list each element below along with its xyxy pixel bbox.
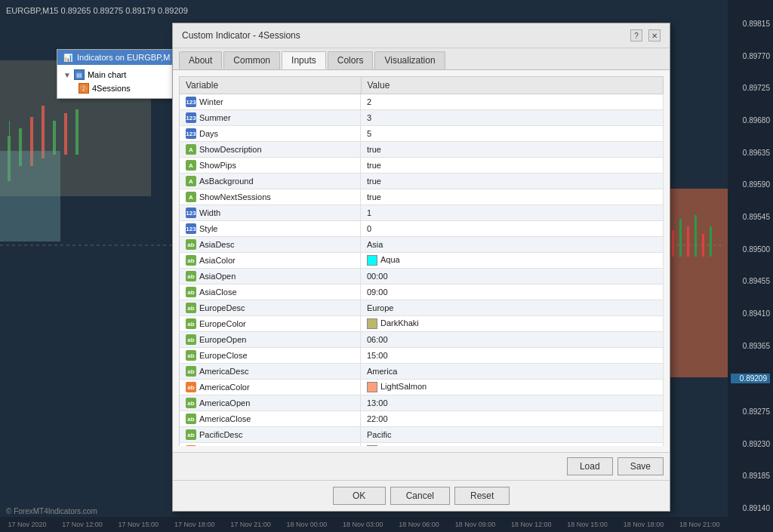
table-row[interactable]: abAsiaOpen00:00 (180, 269, 664, 284)
timeline: 17 Nov 2020 17 Nov 12:00 17 Nov 15:00 17… (0, 517, 728, 532)
value-cell: Europe (361, 300, 664, 316)
tab-colors[interactable]: Colors (328, 51, 374, 69)
table-row[interactable]: AShowDescriptiontrue (180, 142, 664, 158)
variable-cell: 123Days (180, 126, 361, 141)
type-icon-badge: A (186, 160, 196, 171)
variable-cell: abPacificDesc (180, 427, 361, 442)
variable-name: ShowNextSessions (199, 192, 271, 201)
price-label: 0.89185 (731, 472, 770, 480)
table-row[interactable]: 123Winter2 (180, 94, 664, 110)
table-row[interactable]: abAmericaColorLightSalmon (180, 380, 664, 395)
value-cell: LightSalmon (361, 380, 664, 395)
svg-rect-9 (0, 151, 60, 241)
color-swatch[interactable] (367, 445, 377, 446)
dialog-titlebar: Custom Indicator - 4Sessions ? ✕ (173, 23, 670, 48)
value-text: 5 (367, 129, 371, 138)
value-cell: 3 (361, 110, 664, 126)
close-button[interactable]: ✕ (648, 29, 661, 42)
session-indicator-label: 4Sessions (92, 84, 131, 93)
type-icon-badge: ab (186, 318, 196, 329)
table-row[interactable]: abEuropeColorDarkKhaki (180, 316, 664, 332)
type-icon-badge: 123 (186, 208, 196, 218)
tree-session-indicator[interactable]: 🎨 4Sessions (60, 81, 174, 95)
table-row[interactable]: 123Days5 (180, 126, 664, 142)
table-row[interactable]: abAmericaOpen13:00 (180, 395, 664, 411)
ok-cancel-area: OK Cancel Reset (173, 480, 670, 511)
table-row[interactable]: abPacificColorLightSteelBlue (180, 443, 664, 446)
dialog-content: Variable Value 123Winter2123Summer3123Da… (173, 70, 670, 452)
save-button[interactable]: Save (617, 457, 664, 475)
value-text: 0 (367, 224, 371, 233)
dialog-controls: ? ✕ (630, 29, 661, 42)
svg-rect-17 (694, 215, 697, 257)
table-row[interactable]: 123Width1 (180, 205, 664, 221)
value-text: 2 (367, 97, 371, 106)
variable-name: AmericaDesc (199, 367, 248, 376)
price-label: 0.89455 (731, 277, 770, 285)
table-row[interactable]: abAsiaClose09:00 (180, 284, 664, 300)
help-button[interactable]: ? (630, 29, 642, 42)
color-swatch[interactable] (367, 318, 377, 329)
table-row[interactable]: abAmericaDescAmerica (180, 364, 664, 380)
variable-name: ShowDescription (199, 145, 262, 154)
time-label: 17 Nov 2020 (8, 521, 46, 528)
value-text: Asia (367, 240, 383, 249)
variable-cell: abAsiaOpen (180, 269, 361, 284)
value-cell: 15:00 (361, 348, 664, 364)
params-table-wrapper[interactable]: Variable Value 123Winter2123Summer3123Da… (179, 76, 664, 446)
value-cell: Pacific (361, 427, 664, 443)
type-icon-badge: ab (186, 429, 196, 440)
reset-button[interactable]: Reset (454, 487, 510, 505)
variable-cell: abAmericaClose (180, 411, 361, 426)
table-row[interactable]: AAsBackgroundtrue (180, 174, 664, 189)
variable-cell: abEuropeColor (180, 316, 361, 331)
time-label: 18 Nov 21:00 (679, 521, 720, 528)
table-row[interactable]: abEuropeOpen06:00 (180, 332, 664, 348)
table-row[interactable]: 123Style0 (180, 221, 664, 237)
table-row[interactable]: abAsiaColorAqua (180, 253, 664, 269)
variable-name: AsiaOpen (199, 272, 236, 281)
variable-name: EuropeClose (199, 351, 248, 360)
value-cell: LightSteelBlue (361, 443, 664, 446)
variable-name: PacificDesc (199, 430, 242, 439)
variable-cell: 123Winter (180, 94, 361, 109)
value-cell: 00:00 (361, 269, 664, 284)
time-label: 17 Nov 12:00 (62, 521, 103, 528)
type-icon-badge: ab (186, 398, 196, 408)
value-cell: 0 (361, 221, 664, 237)
table-row[interactable]: abPacificDescPacific (180, 427, 664, 443)
value-text: 00:00 (367, 272, 388, 281)
value-text: 13:00 (367, 398, 388, 407)
table-row[interactable]: abAmericaClose22:00 (180, 411, 664, 427)
table-row[interactable]: AShowNextSessionstrue (180, 189, 664, 205)
tree-expand-icon: ▼ (63, 71, 71, 79)
variable-cell: abEuropeDesc (180, 300, 361, 315)
table-row[interactable]: AShowPipstrue (180, 158, 664, 174)
tree-main-chart[interactable]: ▼ ▤ Main chart (60, 68, 174, 81)
variable-cell: abAsiaColor (180, 253, 361, 268)
variable-cell: AShowDescription (180, 142, 361, 157)
tab-inputs[interactable]: Inputs (282, 51, 326, 69)
table-row[interactable]: abEuropeClose15:00 (180, 348, 664, 364)
variable-name: AmericaColor (199, 383, 250, 392)
tab-visualization[interactable]: Visualization (374, 51, 445, 69)
indicators-window: 📊 Indicators on EURGBP,M ▼ ▤ Main chart … (57, 49, 177, 99)
col-header-value: Value (361, 77, 664, 94)
tab-common[interactable]: Common (223, 51, 280, 69)
load-button[interactable]: Load (567, 457, 613, 475)
ok-button[interactable]: OK (333, 487, 386, 505)
color-swatch[interactable] (367, 255, 377, 266)
color-swatch[interactable] (367, 382, 377, 392)
table-row[interactable]: abEuropeDescEurope (180, 300, 664, 316)
tab-about[interactable]: About (179, 51, 222, 69)
table-row[interactable]: abAsiaDescAsia (180, 237, 664, 253)
variable-name: EuropeColor (199, 319, 246, 328)
value-text: Pacific (367, 430, 391, 439)
value-text: Aqua (380, 255, 400, 264)
table-row[interactable]: 123Summer3 (180, 110, 664, 126)
cancel-button[interactable]: Cancel (390, 487, 450, 505)
svg-rect-15 (679, 219, 682, 257)
price-label: 0.89140 (731, 504, 770, 512)
price-label: 0.89815 (731, 20, 770, 28)
type-icon-badge: 123 (186, 97, 196, 107)
